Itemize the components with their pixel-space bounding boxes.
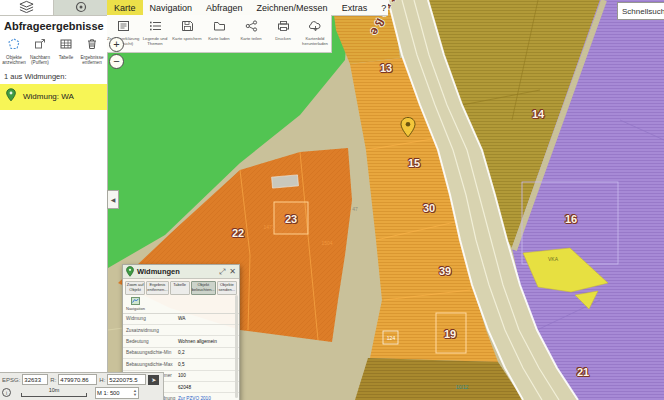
popup-title: Widmungen [137,267,215,276]
row-value: 0,5 [178,362,236,367]
remove-results-button[interactable]: Ergebnisse entfernen [79,36,105,66]
menu-extras[interactable]: Extras [335,0,375,15]
zone-label: 21 [577,366,589,378]
coordinate-action-button[interactable]: ➤ [148,375,159,385]
share-map-button[interactable]: Karte teilen [235,15,267,52]
menu-bar: Karte Navigation Abfragen Zeichnen/Messe… [107,0,388,16]
chevron-left-icon: ◀ [111,196,116,203]
info-icon[interactable]: i [2,388,11,397]
row-value: WA [178,316,236,321]
parcel-label: VKA [548,256,558,262]
tab-layers[interactable] [0,0,53,15]
legend-sheet-icon [117,18,130,35]
parcel-label: 1471 [263,224,274,230]
navigation-button[interactable]: Navigation [126,297,145,311]
zone-label: 39 [439,265,451,277]
row-label: Bebauungsdichte-Min [126,350,178,355]
download-image-icon [309,18,322,35]
row-label: Bebauungsdichte-Max [126,362,178,367]
result-item-label: Widmung: WA [23,92,74,101]
row-label: Zusatzwidmung [126,328,178,333]
zone-label: 22 [232,227,244,239]
expand-icon[interactable]: ⤢ [219,268,225,276]
print-button[interactable]: Drucken [267,15,299,52]
row-value: Wohnen allgemein [178,339,236,344]
zone-label: 30 [423,202,435,214]
parcel-label: 1504 [321,240,332,246]
r-label: R: [50,377,56,383]
popup-nav-row: Navigation [123,297,239,313]
quick-search-button[interactable]: Schnellsuche [617,2,664,20]
zoom-to-object-button[interactable]: Zoom auf Objekt [125,281,145,295]
pzvo-link[interactable]: Zur PZVO 2010 [178,396,236,400]
scale-bar-line [21,393,87,397]
save-icon [181,18,194,35]
navigate-icon [131,300,140,306]
menu-zeichnen-messen[interactable]: Zeichnen/Messen [250,0,335,15]
sidebar-collapse-button[interactable]: ◀ [107,190,119,209]
result-count-label: 1 aus Widmungen: [0,68,107,83]
arrow-icon: ➤ [151,376,156,383]
sidebar-tabs [0,0,107,16]
spinner-arrows-icon: ▲▼ [133,389,137,397]
coordinate-row: EPSG: 32633 R: 479970.86 H: 5220075.5 ➤ [0,373,163,386]
zoom-in-button[interactable]: + [109,37,124,52]
tool-label: Tabelle [53,55,79,60]
parcel-label: 47 [352,206,358,212]
menu-help[interactable]: ? [374,0,393,15]
menu-abfragen[interactable]: Abfragen [199,0,250,15]
toolbar-label: Kartenbild herunterladen [299,37,331,47]
close-icon[interactable]: ✕ [229,268,236,276]
table-icon [60,36,72,53]
legend-themes-button[interactable]: Legende und Themen [139,15,171,52]
map-toolbar: Zeichenerklärung (Übersicht) Legende und… [107,15,332,53]
dashed-polygon-icon [8,36,20,53]
folder-icon [213,18,226,35]
layers-icon [19,0,34,17]
tool-label: Objekte anzeichnen [1,55,27,66]
map-marker-icon [6,88,16,106]
tab-query-results[interactable] [53,0,107,15]
table-row: Bedeutung Wohnen allgemein [123,336,239,347]
download-map-image-button[interactable]: Kartenbild herunterladen [299,15,331,52]
map-marker-icon [400,117,416,142]
row-label: Bedeutung [126,339,178,344]
table-row: Bebauungsdichte-Max 0,5 [123,359,239,370]
save-map-button[interactable]: Karte speichern [171,15,203,52]
zone-label: 19 [444,328,456,340]
zoom-out-button[interactable]: − [109,54,124,69]
sidebar-title: Abfrageergebnisse [0,16,107,34]
status-bar: EPSG: 32633 R: 479970.86 H: 5220075.5 ➤ … [0,372,164,400]
scale-value: M 1: 500 [97,390,120,396]
table-button[interactable]: Tabelle [170,281,190,295]
buffer-neighbors-button[interactable]: Nachbarn (Puffern) [27,36,53,66]
row-value: 100 [178,373,236,378]
zone-label: 13 [380,62,392,74]
h-label: H: [99,377,105,383]
highlight-object-button[interactable]: Objekt beleuchten... [191,281,216,295]
r-coordinate-field[interactable]: 479970.86 [58,374,97,385]
zone-label: 14 [532,108,544,120]
scale-select[interactable]: M 1: 500 ▲▼ [95,387,139,399]
load-map-button[interactable]: Karte laden [203,15,235,52]
result-list-item[interactable]: Widmung: WA [0,84,107,110]
remove-result-button[interactable]: Ergebnis entfernen... [146,281,168,295]
results-sidebar: Abfrageergebnisse Objekte anzeichnen Nac… [0,0,108,400]
row-value: 62048 [178,385,236,390]
scale-row: i 10m M 1: 500 ▲▼ [0,386,163,399]
row-value: 0,2 [178,350,236,355]
highlight-objects-button[interactable]: Objekte anzeichnen [1,36,27,66]
popup-header[interactable]: Widmungen ⤢ ✕ [123,265,239,279]
table-button[interactable]: Tabelle [53,36,79,66]
menu-karte[interactable]: Karte [107,0,143,15]
epsg-value-field[interactable]: 32633 [22,374,48,385]
table-row: Widmung WA [123,314,239,325]
h-coordinate-field[interactable]: 5220075.5 [107,374,146,385]
menu-navigation[interactable]: Navigation [143,0,200,15]
scale-bar: 10m [21,388,87,398]
toolbar-label: Karte speichern [171,37,203,42]
popup-button-row: Zoom auf Objekt Ergebnis entfernen... Ta… [123,279,239,297]
send-objects-button[interactable]: Objekte senden... [217,281,237,295]
popup-scrollbar[interactable] [235,295,238,398]
map-marker-icon [75,0,87,17]
